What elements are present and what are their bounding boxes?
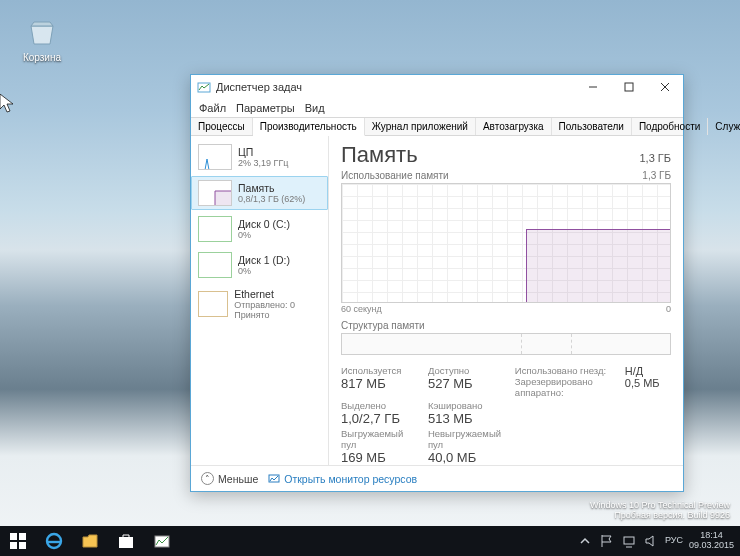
stat-hw-reserved: 0,5 МБ: [625, 377, 671, 389]
svg-rect-2: [625, 83, 633, 91]
memory-stats: Используется817 МБ Доступно527 МБ Исполь…: [341, 365, 671, 465]
window-title: Диспетчер задач: [216, 81, 302, 93]
cursor-icon: [0, 94, 14, 114]
tab-services[interactable]: Службы: [708, 118, 740, 135]
taskbar-taskmgr[interactable]: [144, 526, 180, 556]
svg-rect-13: [624, 537, 634, 544]
desktop-icon-recycle-bin[interactable]: Корзина: [14, 14, 70, 63]
sidebar-item-label: Память: [238, 182, 305, 194]
menu-options[interactable]: Параметры: [236, 102, 295, 114]
tray-language[interactable]: РУС: [665, 536, 683, 546]
tray-network-icon[interactable]: [621, 533, 637, 549]
sidebar-item-disk0[interactable]: Диск 0 (C:)0%: [191, 212, 328, 246]
tab-apphistory[interactable]: Журнал приложений: [365, 118, 476, 135]
stat-committed: 1,0/2,7 ГБ: [341, 411, 418, 426]
chart-x-left: 60 секунд: [341, 304, 382, 314]
memory-composition[interactable]: [341, 333, 671, 355]
window-footer: ˄ Меньше Открыть монитор ресурсов: [191, 465, 683, 491]
struct-label: Структура памяти: [341, 320, 671, 331]
svg-rect-8: [10, 542, 17, 549]
tabstrip: Процессы Производительность Журнал прило…: [191, 117, 683, 136]
taskmgr-icon: [197, 80, 211, 94]
svg-rect-9: [19, 542, 26, 549]
sidebar-item-ethernet[interactable]: EthernetОтправлено: 0 Принято: [191, 284, 328, 324]
tray-volume-icon[interactable]: [643, 533, 659, 549]
svg-rect-6: [10, 533, 17, 540]
sidebar-item-label: Диск 0 (C:): [238, 218, 290, 230]
chevron-up-icon: ˄: [201, 472, 214, 485]
stat-paged: 169 МБ: [341, 450, 418, 465]
menu-view[interactable]: Вид: [305, 102, 325, 114]
recycle-bin-icon: [24, 14, 60, 50]
perf-sidebar: ЦП2% 3,19 ГГц Память0,8/1,3 ГБ (62%) Дис…: [191, 136, 329, 465]
stat-nonpaged: 40,0 МБ: [428, 450, 505, 465]
stat-sockets: Н/Д: [625, 365, 671, 377]
resmon-icon: [268, 473, 280, 485]
tab-details[interactable]: Подробности: [632, 118, 708, 135]
fewer-details-button[interactable]: ˄ Меньше: [201, 472, 258, 485]
open-resmon-link[interactable]: Открыть монитор ресурсов: [268, 473, 417, 485]
taskbar-ie[interactable]: [36, 526, 72, 556]
taskbar-explorer[interactable]: [72, 526, 108, 556]
start-button[interactable]: [0, 526, 36, 556]
tab-startup[interactable]: Автозагрузка: [476, 118, 552, 135]
tray-clock[interactable]: 18:14 09.03.2015: [689, 531, 734, 551]
svg-rect-11: [119, 537, 133, 548]
tray-chevron-up-icon[interactable]: [577, 533, 593, 549]
panel-title: Память: [341, 142, 418, 168]
titlebar[interactable]: Диспетчер задач: [191, 75, 683, 99]
sidebar-item-label: Ethernet: [234, 288, 321, 300]
minimize-button[interactable]: [575, 75, 611, 99]
sidebar-item-disk1[interactable]: Диск 1 (D:)0%: [191, 248, 328, 282]
sidebar-item-memory[interactable]: Память0,8/1,3 ГБ (62%): [191, 176, 328, 210]
menu-file[interactable]: Файл: [199, 102, 226, 114]
chart-x-right: 0: [666, 304, 671, 314]
taskbar: РУС 18:14 09.03.2015: [0, 526, 740, 556]
stat-in-use: 817 МБ: [341, 376, 418, 391]
taskbar-store[interactable]: [108, 526, 144, 556]
desktop-icon-label: Корзина: [14, 52, 70, 63]
usage-label: Использование памяти: [341, 170, 449, 181]
tab-processes[interactable]: Процессы: [191, 118, 253, 135]
sidebar-item-cpu[interactable]: ЦП2% 3,19 ГГц: [191, 140, 328, 174]
tray-flag-icon[interactable]: [599, 533, 615, 549]
menubar: Файл Параметры Вид: [191, 99, 683, 117]
sidebar-item-label: Диск 1 (D:): [238, 254, 290, 266]
stat-available: 527 МБ: [428, 376, 505, 391]
preview-watermark: Windows 10 Pro Technical Preview Пробная…: [590, 500, 730, 520]
panel-total: 1,3 ГБ: [639, 152, 671, 164]
maximize-button[interactable]: [611, 75, 647, 99]
usage-right: 1,3 ГБ: [642, 170, 671, 181]
stat-cached: 513 МБ: [428, 411, 505, 426]
task-manager-window: Диспетчер задач Файл Параметры Вид Проце…: [190, 74, 684, 492]
memory-chart[interactable]: [341, 183, 671, 303]
tab-users[interactable]: Пользователи: [552, 118, 632, 135]
tab-performance[interactable]: Производительность: [253, 118, 365, 136]
sidebar-item-label: ЦП: [238, 146, 288, 158]
close-button[interactable]: [647, 75, 683, 99]
svg-rect-7: [19, 533, 26, 540]
perf-panel: Память 1,3 ГБ Использование памяти 1,3 Г…: [329, 136, 683, 465]
